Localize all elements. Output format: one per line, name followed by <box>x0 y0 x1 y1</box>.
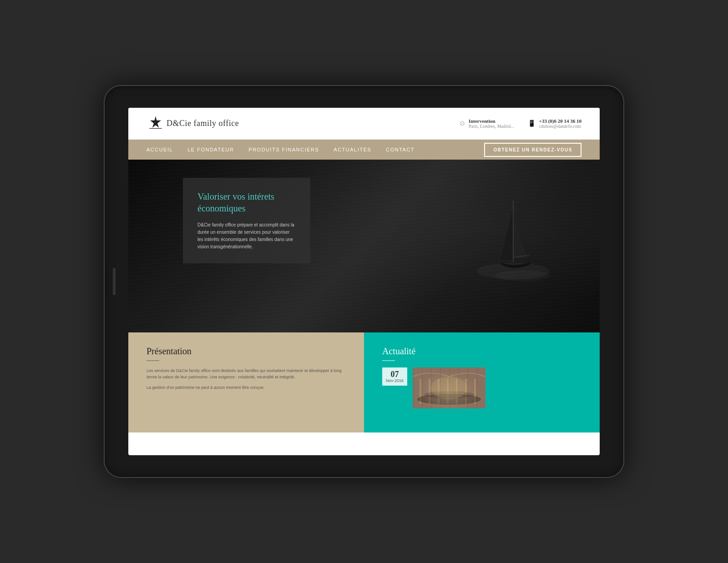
svg-rect-6 <box>413 367 485 408</box>
nav-links: ACCUEIL LE FONDATEUR PRODUITS FINANCIERS… <box>147 141 415 158</box>
svg-rect-13 <box>474 379 476 404</box>
svg-rect-8 <box>429 379 430 404</box>
presentation-body2: La gestion d'un patrimoine ne peut à auc… <box>147 384 346 391</box>
news-day: 07 <box>386 370 404 378</box>
actualite-title: Actualité <box>382 346 581 357</box>
hero-content: Valoriser vos intérets économiques D&Cie… <box>183 178 310 263</box>
presentation-divider <box>147 360 159 361</box>
svg-point-15 <box>424 391 474 398</box>
logo-text: D&Cie family office <box>167 119 239 128</box>
svg-rect-7 <box>420 379 421 404</box>
news-image-svg <box>413 367 485 408</box>
news-image[interactable] <box>413 367 485 408</box>
svg-point-16 <box>431 377 467 399</box>
phone-icon: 📱 <box>528 120 536 127</box>
hero-section: Valoriser vos intérets économiques D&Cie… <box>128 160 600 332</box>
intervention-text: Intervention Paris, Londres, Madrid... <box>469 118 514 129</box>
header-right: ⊙ Intervention Paris, Londres, Madrid...… <box>460 118 581 129</box>
email-address: cdubois@dandcfo.com <box>539 124 581 129</box>
hero-title: Valoriser vos intérets économiques <box>197 191 296 214</box>
contact-details: +33 (0)6 20 14 36 10 cdubois@dandcfo.com <box>539 118 581 129</box>
svg-marker-0 <box>150 116 161 128</box>
presentation-body1: Les services de D&Cie family office sont… <box>147 367 346 381</box>
cta-button[interactable]: OBTENEZ UN RENDEZ-VOUS <box>484 143 581 157</box>
hero-body: D&Cie family office prépare et accomplit… <box>197 221 296 251</box>
tablet-frame: D&Cie family office ⊙ Intervention Paris… <box>105 86 623 477</box>
nav-produits[interactable]: PRODUITS FINANCIERS <box>248 141 319 158</box>
svg-rect-9 <box>438 379 440 404</box>
sailboat-illustration <box>472 187 563 287</box>
presentation-title: Présentation <box>147 346 346 357</box>
presentation-section: Présentation Les services de D&Cie famil… <box>128 332 364 432</box>
svg-rect-12 <box>465 379 467 404</box>
svg-rect-11 <box>456 379 458 404</box>
news-date-box: 07 Nov-2016 <box>382 367 407 386</box>
news-card: 07 Nov-2016 <box>382 367 581 408</box>
logo-area: D&Cie family office <box>147 115 239 133</box>
svg-point-3 <box>495 270 550 281</box>
logo-icon <box>147 115 165 133</box>
news-month: Nov-2016 <box>386 378 404 383</box>
site-header: D&Cie family office ⊙ Intervention Paris… <box>128 108 600 140</box>
intervention-label: Intervention <box>469 118 514 124</box>
svg-rect-10 <box>447 379 449 404</box>
tablet-screen: D&Cie family office ⊙ Intervention Paris… <box>128 108 600 455</box>
phone-number: +33 (0)6 20 14 36 10 <box>539 118 581 124</box>
actualite-section: Actualité 07 Nov-2016 <box>364 332 600 432</box>
intervention-sub: Paris, Londres, Madrid... <box>469 124 514 129</box>
site-nav: ACCUEIL LE FONDATEUR PRODUITS FINANCIERS… <box>128 140 600 160</box>
nav-contact[interactable]: CONTACT <box>386 141 415 158</box>
actualite-divider <box>382 360 395 361</box>
contact-info: 📱 +33 (0)6 20 14 36 10 cdubois@dandcfo.c… <box>528 118 581 129</box>
location-icon: ⊙ <box>460 120 465 127</box>
nav-fondateur[interactable]: LE FONDATEUR <box>187 141 234 158</box>
nav-actualites[interactable]: ACTUALITÉS <box>334 141 371 158</box>
svg-point-14 <box>417 394 481 405</box>
intervention-info: ⊙ Intervention Paris, Londres, Madrid... <box>460 118 514 129</box>
nav-accueil[interactable]: ACCUEIL <box>147 141 173 158</box>
bottom-sections: Présentation Les services de D&Cie famil… <box>128 332 600 432</box>
